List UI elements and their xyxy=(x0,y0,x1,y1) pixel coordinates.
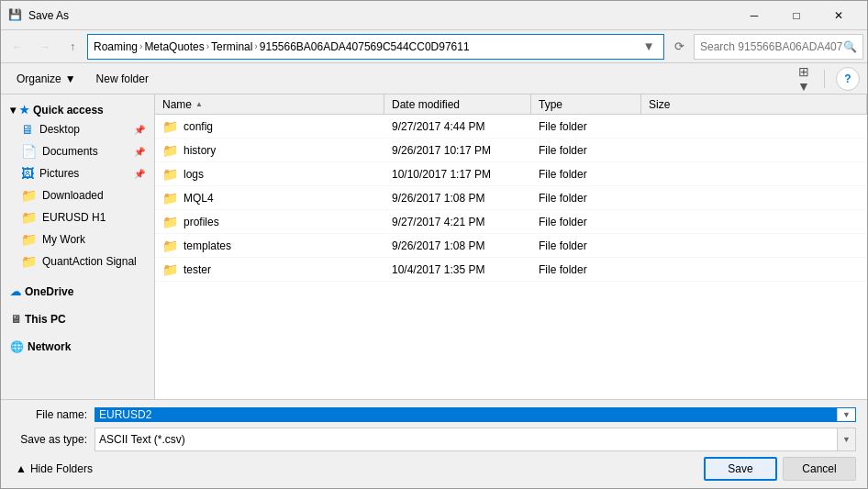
file-name: templates xyxy=(184,239,231,252)
bottom-panel: File name: ▼ Save as type: ASCII Text (*… xyxy=(1,399,867,488)
file-size xyxy=(641,196,867,200)
documents-pin-icon: 📌 xyxy=(134,147,145,157)
col-size-label: Size xyxy=(649,98,670,111)
sidebar-item-downloaded[interactable]: 📁 Downloaded xyxy=(1,184,154,206)
sidebar-item-mywork[interactable]: 📁 My Work xyxy=(1,228,154,250)
network-item[interactable]: 🌐 Network xyxy=(1,335,154,355)
table-row[interactable]: 📁 templates 9/26/2017 1:08 PM File folde… xyxy=(155,234,867,258)
breadcrumb-part-4: 915566BA06ADA407569C544CC0D97611 xyxy=(260,40,470,53)
col-type-label: Type xyxy=(539,98,562,111)
hide-folders-button[interactable]: ▲ Hide Folders xyxy=(12,461,96,477)
organize-label: Organize xyxy=(17,72,61,85)
dialog-icon: 💾 xyxy=(8,8,23,23)
file-type: File folder xyxy=(531,142,641,159)
folder-icon: 📁 xyxy=(162,191,178,206)
file-type: File folder xyxy=(531,261,641,278)
sidebar-item-label-quantaction: QuantAction Signal xyxy=(42,255,137,268)
folder-icon: 📁 xyxy=(162,215,178,229)
cancel-button-label: Cancel xyxy=(802,462,836,475)
quick-access-star-icon: ★ xyxy=(19,104,29,117)
quick-access-arrow-icon: ▾ xyxy=(10,104,16,117)
pictures-icon: 🖼 xyxy=(21,166,34,181)
organize-button[interactable]: Organize ▼ xyxy=(8,67,84,91)
onedrive-item[interactable]: ☁ OneDrive xyxy=(1,280,154,300)
desktop-icon: 🖥 xyxy=(21,122,34,137)
file-size xyxy=(641,149,867,152)
file-type: File folder xyxy=(531,166,641,183)
help-button[interactable]: ? xyxy=(836,67,860,91)
file-type: File folder xyxy=(531,190,641,206)
sidebar-item-quantaction[interactable]: 📁 QuantAction Signal xyxy=(1,250,154,272)
file-name: profiles xyxy=(184,216,219,228)
file-date: 10/4/2017 1:35 PM xyxy=(384,261,531,278)
network-icon: 🌐 xyxy=(10,340,24,353)
sidebar-divider-1 xyxy=(1,272,154,280)
network-label: Network xyxy=(28,340,71,353)
address-dropdown-button[interactable]: ▼ xyxy=(640,35,658,59)
search-input[interactable] xyxy=(700,40,843,53)
breadcrumb-part-1: Roaming xyxy=(94,40,138,53)
organize-dropdown-icon: ▼ xyxy=(65,72,76,85)
onedrive-label: OneDrive xyxy=(25,285,73,298)
filename-input-wrapper: ▼ xyxy=(95,407,856,422)
maximize-button[interactable]: □ xyxy=(775,1,818,30)
sidebar-item-pictures[interactable]: 🖼 Pictures 📌 xyxy=(1,162,154,184)
sidebar-item-documents[interactable]: 📄 Documents 📌 xyxy=(1,140,154,162)
sidebar-item-label-eurusd: EURUSD H1 xyxy=(42,211,106,224)
forward-button[interactable]: → xyxy=(32,34,58,60)
table-row[interactable]: 📁 tester 10/4/2017 1:35 PM File folder xyxy=(155,258,867,282)
sidebar: ▾ ★ Quick access 🖥 Desktop 📌 📄 Documents… xyxy=(1,94,155,399)
thispc-item[interactable]: 🖥 This PC xyxy=(1,307,154,328)
cancel-button[interactable]: Cancel xyxy=(783,457,856,481)
onedrive-icon: ☁ xyxy=(10,285,21,298)
window-controls: ─ □ ✕ xyxy=(733,1,860,30)
quick-access-header[interactable]: ▾ ★ Quick access xyxy=(1,98,154,118)
filename-input[interactable] xyxy=(95,408,837,421)
sidebar-item-label-desktop: Desktop xyxy=(39,123,80,136)
view-button[interactable]: ⊞ ▼ xyxy=(791,67,817,91)
breadcrumb-part-2: MetaQuotes xyxy=(144,40,204,53)
file-type: File folder xyxy=(531,118,641,135)
minimize-button[interactable]: ─ xyxy=(733,1,775,30)
back-button[interactable]: ← xyxy=(5,34,30,60)
breadcrumb-part-3: Terminal xyxy=(211,40,252,53)
pictures-pin-icon: 📌 xyxy=(134,169,145,179)
sidebar-item-label-mywork: My Work xyxy=(42,233,85,246)
search-icon: 🔍 xyxy=(843,40,857,53)
save-button[interactable]: Save xyxy=(704,457,777,481)
folder-icon: 📁 xyxy=(162,143,178,158)
col-header-date[interactable]: Date modified xyxy=(384,94,531,114)
col-header-name[interactable]: Name ▲ xyxy=(155,94,384,114)
quick-access-label: Quick access xyxy=(33,104,104,117)
downloaded-icon: 📁 xyxy=(21,188,37,203)
button-row: ▲ Hide Folders Save Cancel xyxy=(12,457,856,481)
saveastype-value: ASCII Text (*.csv) xyxy=(95,428,837,450)
up-button[interactable]: ↑ xyxy=(60,34,85,60)
table-row[interactable]: 📁 config 9/27/2017 4:44 PM File folder xyxy=(155,115,867,139)
saveastype-wrapper: ASCII Text (*.csv) ▼ xyxy=(95,428,856,451)
table-row[interactable]: 📁 history 9/26/2017 10:17 PM File folder xyxy=(155,139,867,162)
filename-row: File name: ▼ xyxy=(12,407,856,422)
hide-folders-label: Hide Folders xyxy=(30,462,93,475)
folder-icon: 📁 xyxy=(162,119,178,134)
sidebar-item-eurusd[interactable]: 📁 EURUSD H1 xyxy=(1,206,154,228)
address-bar[interactable]: Roaming › MetaQuotes › Terminal › 915566… xyxy=(87,34,664,60)
address-bar-row: ← → ↑ Roaming › MetaQuotes › Terminal › … xyxy=(1,30,867,63)
table-row[interactable]: 📁 MQL4 9/26/2017 1:08 PM File folder xyxy=(155,186,867,210)
sort-arrow-icon: ▲ xyxy=(195,100,203,108)
breadcrumb: Roaming › MetaQuotes › Terminal › 915566… xyxy=(94,40,640,53)
file-date: 9/27/2017 4:21 PM xyxy=(384,214,531,230)
filename-dropdown-button[interactable]: ▼ xyxy=(837,408,855,421)
sidebar-item-desktop[interactable]: 🖥 Desktop 📌 xyxy=(1,118,154,140)
file-size xyxy=(641,244,867,248)
refresh-button[interactable]: ⟳ xyxy=(666,34,692,60)
col-header-size[interactable]: Size xyxy=(641,94,867,114)
mywork-icon: 📁 xyxy=(21,232,37,247)
saveastype-dropdown-button[interactable]: ▼ xyxy=(837,428,855,450)
table-row[interactable]: 📁 logs 10/10/2017 1:17 PM File folder xyxy=(155,162,867,186)
new-folder-button[interactable]: New folder xyxy=(88,67,157,91)
folder-icon: 📁 xyxy=(162,239,178,253)
col-header-type[interactable]: Type xyxy=(531,94,641,114)
table-row[interactable]: 📁 profiles 9/27/2017 4:21 PM File folder xyxy=(155,210,867,234)
close-button[interactable]: ✕ xyxy=(818,1,860,30)
